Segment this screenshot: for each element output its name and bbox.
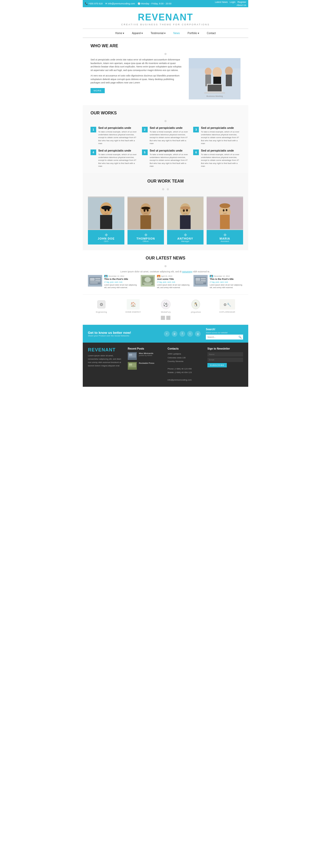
svg-rect-30 <box>185 214 186 215</box>
clients-grid: ⚙ Engineering 🏠 HOME ENERGY ⚽ MediaFury … <box>88 299 243 313</box>
svg-rect-55 <box>201 280 206 281</box>
work-item-6: 6 Sed ut perspiciatis unde To take a tri… <box>193 149 241 167</box>
newsletter-email-input[interactable] <box>208 358 243 362</box>
svg-rect-41 <box>90 278 95 281</box>
work-text-3: To take a trivial example, which of us e… <box>201 130 241 145</box>
register-link[interactable]: Register <box>238 1 246 3</box>
team-info-4: ◆ MARIA Assistant <box>206 230 243 245</box>
work-item-4: 4 Sed ut perspiciatis unde To take a tri… <box>90 149 138 167</box>
svg-point-48 <box>144 277 151 282</box>
team-photo-1 <box>88 196 125 230</box>
svg-rect-44 <box>90 281 100 282</box>
news-body-3: 📅 December 12, 2012 This is the Post's t… <box>210 275 243 289</box>
team-photo-4 <box>206 196 243 230</box>
rss-icon[interactable]: r <box>164 331 170 337</box>
nav-news[interactable]: News <box>172 31 181 35</box>
search-input[interactable] <box>206 335 237 340</box>
newsletter-subscribe-button[interactable]: SUBSCRIBE <box>208 363 227 367</box>
social-bar-subtitle: Share your Product over the Social Netwo… <box>88 335 159 337</box>
work-num-3: 3 <box>193 127 199 132</box>
search-button[interactable]: 🔍 <box>237 335 243 340</box>
svg-point-23 <box>147 209 149 212</box>
client-label-2: HOME ENERGY <box>126 311 141 313</box>
facebook-icon[interactable]: f <box>180 331 185 337</box>
work-item-5: 5 Sed ut perspiciatis unde To take a tri… <box>142 149 189 167</box>
team-photo-svg-2 <box>128 196 164 230</box>
work-text-4: To take a trivial example, which of us e… <box>98 153 138 167</box>
nav-portfolio[interactable]: Portfolio ▾ <box>186 31 200 35</box>
social-bar-title: Get to know us better now! <box>88 331 159 335</box>
svg-rect-73 <box>129 364 132 366</box>
top-bar-left: 📞 +555 975 618 ✉ info@premiumcoding.com … <box>85 2 171 5</box>
newsletter-name-input[interactable] <box>208 352 243 356</box>
pinterest-icon[interactable]: p <box>172 331 177 337</box>
team-card-3: ◆ ANTHONY Manager <box>167 196 203 245</box>
works-grid: 1 Sed ut perspiciatis unde To take a tri… <box>90 126 241 167</box>
team-photo-svg-1 <box>88 196 125 230</box>
client-1: ⚙ Engineering <box>96 299 107 313</box>
social-bar: Get to know us better now! Share your Pr… <box>83 325 248 343</box>
team-photo-3 <box>167 196 203 230</box>
svg-rect-42 <box>95 278 100 279</box>
news-intro: Lorem ipsum dolor sit amet, coctetuer ad… <box>88 270 243 273</box>
svg-point-4 <box>225 67 233 75</box>
nav-contact[interactable]: Contact <box>205 31 217 35</box>
clients-prev-button[interactable] <box>161 316 165 320</box>
svg-rect-26 <box>180 215 191 229</box>
client-icon-1: ⚙ <box>96 299 107 310</box>
who-we-are-section: WHO WE ARE Sed ut perspiciatis unde omni… <box>83 38 248 105</box>
work-title-2: Sed ut perspiciatis unde <box>150 126 189 129</box>
footer-brand: REVENANT Lorem ipsum dolor sit amet, con… <box>88 347 123 382</box>
google-icon[interactable]: g <box>195 331 201 337</box>
login-link[interactable]: Login <box>230 1 235 3</box>
clients-next-button[interactable] <box>166 316 170 320</box>
work-title-1: Sed ut perspiciatis unde <box>98 126 138 129</box>
who-image: Business Meeting <box>189 58 241 99</box>
work-num-1: 1 <box>90 127 96 132</box>
svg-point-6 <box>205 68 212 75</box>
news-item-2: 📅 April 24, 2013 Just some Title 🏷 tag, … <box>141 275 190 289</box>
who-para-1: Sed ut perspiciatis unde omnis iste natu… <box>90 58 184 72</box>
svg-rect-54 <box>201 278 206 279</box>
cal-icon-3: 📅 <box>210 275 213 277</box>
work-text-2: To take a trivial example, which of us e… <box>150 130 189 145</box>
work-title-4: Sed ut perspiciatis unde <box>98 149 138 152</box>
nav-testimonial[interactable]: Testimonial ▾ <box>149 31 167 35</box>
work-num-6: 6 <box>193 150 199 155</box>
svg-point-37 <box>219 209 222 215</box>
who-para-2: At vero eos et accusamus et iusto odio d… <box>90 74 184 85</box>
team-photo-2 <box>128 196 164 230</box>
who-image-svg: Business Meeting <box>189 58 241 99</box>
news-tags-1: 🏷 tag, post, card, rock <box>104 281 138 283</box>
client-label-4: pingushow <box>191 311 201 313</box>
client-icon-4: 🐧 <box>191 299 201 310</box>
twitter-icon[interactable]: t <box>187 331 193 337</box>
team-role-4: Assistant <box>209 240 241 242</box>
latest-news-link[interactable]: Latest News <box>215 1 228 3</box>
nav-home[interactable]: Home ▾ <box>114 31 126 35</box>
about-link[interactable]: About Us <box>237 4 246 6</box>
svg-text:🏠: 🏠 <box>130 302 136 307</box>
svg-point-22 <box>143 209 145 212</box>
svg-rect-70 <box>129 354 132 356</box>
team-card-4: ◆ MARIA Assistant <box>206 196 243 245</box>
team-chevron-3: ◆ <box>169 232 201 237</box>
footer-post-title-1: Moo Minicards <box>139 352 163 354</box>
footer-post-body-2: Rockable Press <box>139 362 163 370</box>
work-text-5: To take a trivial example, which of us e… <box>150 153 189 167</box>
client-icon-2: 🏠 <box>127 299 140 310</box>
news-date-2: 📅 April 24, 2013 <box>157 275 190 277</box>
svg-point-17 <box>108 209 110 211</box>
svg-text:⚙🔧: ⚙🔧 <box>223 303 231 307</box>
news-thumb-svg-3 <box>193 275 208 286</box>
footer-newsletter-title: Sign to Newsletter <box>208 347 243 350</box>
more-button[interactable]: MORE <box>90 88 105 93</box>
news-intro-link[interactable]: nonummy <box>182 270 192 273</box>
work-content-2: Sed ut perspiciatis unde To take a trivi… <box>150 126 189 145</box>
work-content-6: Sed ut perspiciatis unde To take a trivi… <box>201 149 241 167</box>
team-role-3: Manager <box>169 240 201 242</box>
news-text-1: Lorem ipsum dolor sit am tuer adipiscing… <box>104 284 138 289</box>
nav-apparel[interactable]: Apparel ▾ <box>131 31 144 35</box>
site-logo: REVENANT <box>83 12 248 23</box>
our-works-section: OUR WORKS 1 Sed ut perspiciatis unde To … <box>83 105 248 173</box>
